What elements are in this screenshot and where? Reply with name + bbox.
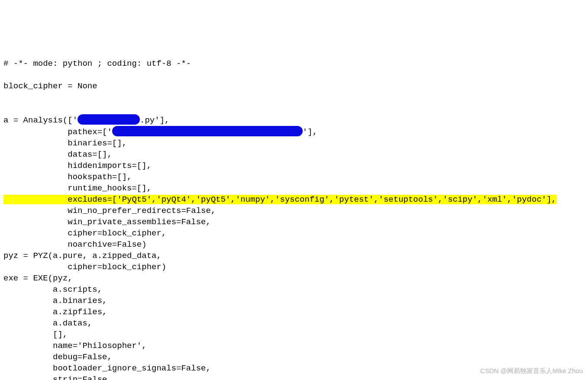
code-line: debug=False, [3,352,112,362]
code-line: strip=False, [3,375,112,380]
code-line: hookspath=[], [3,172,132,182]
code-line: cipher=block_cipher) [3,262,166,272]
code-line: noarchive=False) [3,240,147,249]
code-line: win_no_prefer_redirects=False, [3,206,216,216]
code-line-highlighted: excludes=['PyQt5','pyQt4','pyQt5','numpy… [3,195,556,204]
code-line: a.zipfiles, [3,307,107,317]
code-line: datas=[], [3,150,112,159]
code-line: [], [3,330,68,339]
code-line: cipher=block_cipher, [3,229,166,238]
code-line: bootloader_ignore_signals=False, [3,364,211,373]
code-line: block_cipher = None [3,81,97,91]
code-block: # -*- mode: python ; coding: utf-8 -*- b… [0,45,588,380]
code-line: hiddenimports=[], [3,161,152,171]
code-line: pathex=[''], [3,127,317,137]
code-line: name='Philosopher', [3,341,147,351]
code-line: a.datas, [3,319,92,328]
code-line: a.scripts, [3,285,102,294]
code-line: runtime_hooks=[], [3,184,152,193]
code-line: pyz = PYZ(a.pure, a.zipped_data, [3,251,162,261]
code-line: # -*- mode: python ; coding: utf-8 -*- [3,59,191,68]
code-line: exe = EXE(pyz, [3,274,73,283]
redaction-filename [78,114,140,125]
code-line: a = Analysis(['.py'], [3,116,169,125]
code-line: binaries=[], [3,138,127,148]
code-line: a.binaries, [3,296,107,306]
code-line: win_private_assemblies=False, [3,217,211,227]
redaction-pathex [112,126,303,136]
